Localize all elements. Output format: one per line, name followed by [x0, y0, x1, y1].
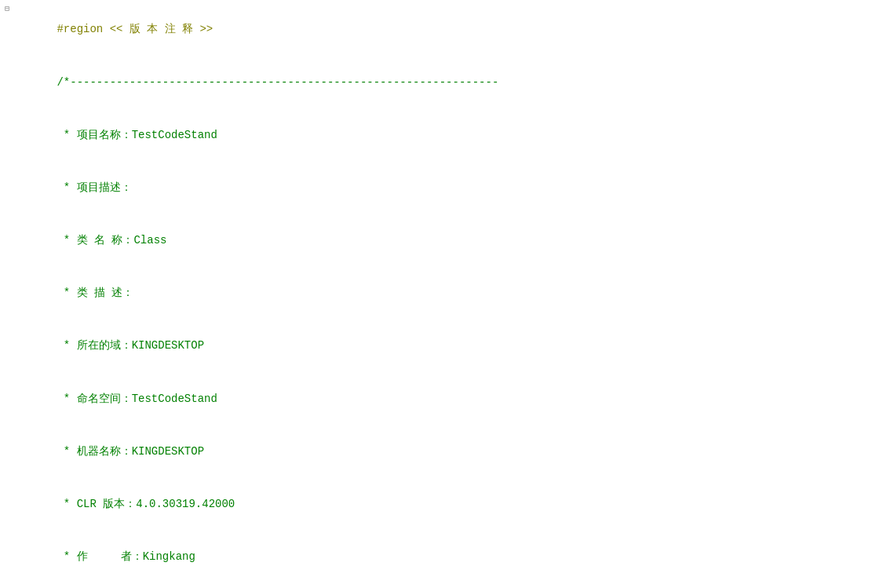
code-line-8: * 命名空间：TestCodeStand — [0, 372, 872, 425]
line-4-content: * 项目描述： — [14, 162, 872, 214]
code-line-1: ⊟ #region << 版 本 注 释 >> — [0, 3, 872, 56]
comment-namespace: * 命名空间：TestCodeStand — [57, 393, 217, 405]
line-2-content: /*--------------------------------------… — [14, 56, 872, 108]
code-editor: ⊟ #region << 版 本 注 释 >> /*--------------… — [0, 0, 872, 588]
line-7-content: * 所在的域：KINGDESKTOP — [14, 320, 872, 372]
comment-clr-version: * CLR 版本：4.0.30319.42000 — [57, 498, 235, 510]
line-10-content: * CLR 版本：4.0.30319.42000 — [14, 478, 872, 531]
code-line-4: * 项目描述： — [0, 162, 872, 214]
comment-project-desc: * 项目描述： — [57, 181, 131, 194]
code-line-6: * 类 描 述： — [0, 267, 872, 320]
line-6-content: * 类 描 述： — [14, 267, 872, 320]
line-11-content: * 作 者：Kingkang — [14, 531, 872, 583]
code-line-3: * 项目名称：TestCodeStand — [0, 108, 872, 161]
line-5-content: * 类 名 称：Class — [14, 214, 872, 267]
code-line-12: * 创建时间：2019/4/7 13:13:06 — [0, 583, 872, 588]
code-line-5: * 类 名 称：Class — [0, 214, 872, 267]
line-9-content: * 机器名称：KINGDESKTOP — [14, 425, 872, 477]
line-3-content: * 项目名称：TestCodeStand — [14, 108, 872, 161]
code-line-10: * CLR 版本：4.0.30319.42000 — [0, 478, 872, 531]
comment-domain: * 所在的域：KINGDESKTOP — [57, 339, 204, 352]
code-line-11: * 作 者：Kingkang — [0, 531, 872, 583]
comment-author: * 作 者：Kingkang — [57, 550, 195, 563]
line-8-content: * 命名空间：TestCodeStand — [14, 372, 872, 425]
collapse-region-btn[interactable]: ⊟ — [0, 3, 14, 16]
region-keyword: #region << 版 本 注 释 >> — [57, 23, 213, 35]
comment-project-name: * 项目名称：TestCodeStand — [57, 129, 217, 141]
line-1-content: #region << 版 本 注 释 >> — [14, 3, 872, 56]
code-line-2: /*--------------------------------------… — [0, 56, 872, 108]
comment-class-name: * 类 名 称：Class — [57, 234, 166, 247]
comment-start: /*--------------------------------------… — [57, 76, 498, 89]
line-12-content: * 创建时间：2019/4/7 13:13:06 — [14, 583, 872, 588]
comment-machine-name: * 机器名称：KINGDESKTOP — [57, 445, 204, 458]
comment-class-desc: * 类 描 述： — [57, 287, 133, 299]
code-line-7: * 所在的域：KINGDESKTOP — [0, 320, 872, 372]
code-line-9: * 机器名称：KINGDESKTOP — [0, 425, 872, 477]
